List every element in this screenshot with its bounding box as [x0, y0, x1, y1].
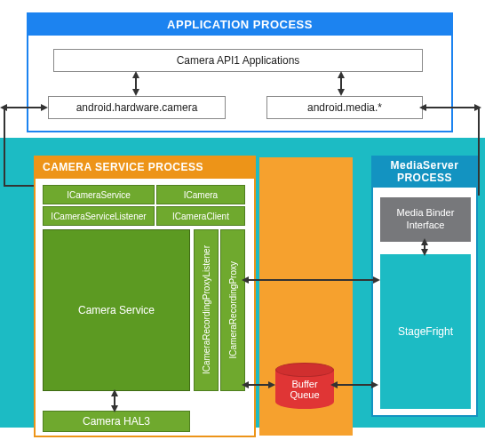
recording-proxy-listener-box: ICameraRecordingProxyListener — [194, 229, 219, 391]
camera-api-apps-box: Camera API1 Applications — [53, 49, 423, 72]
camera-service-box: Camera Service — [43, 229, 190, 391]
camera-service-process-title: CAMERA SERVICE PROCESS — [34, 156, 256, 179]
arrow-hw-to-csp-v — [4, 107, 5, 187]
arrowhead-icon — [111, 389, 118, 396]
icameraclient-box: ICameraClient — [156, 206, 245, 226]
arrowhead-icon — [41, 104, 48, 111]
buffer-queue-l1: Buffer — [291, 379, 317, 389]
recording-proxy-label: ICameraRecordingProxy — [228, 261, 238, 359]
icameraservice-box: ICameraService — [43, 185, 155, 204]
arrowhead-icon — [338, 89, 345, 96]
arrowhead-icon — [268, 381, 275, 388]
cylinder-top-icon — [275, 363, 334, 377]
media-binder-box: Media Binder Interface — [380, 197, 471, 242]
app-process-title: APPLICATION PROCESS — [27, 12, 453, 36]
arrowhead-icon — [421, 249, 428, 256]
arrowhead-icon — [242, 381, 249, 388]
arrowhead-icon — [421, 238, 428, 245]
arrowhead-icon — [132, 89, 139, 96]
arrowhead-icon — [419, 104, 426, 111]
buffer-queue-l2: Queue — [290, 389, 319, 400]
arrow-media-to-binder-v — [478, 107, 480, 196]
arrow-proxy-stagefright — [247, 279, 378, 281]
icamera-box: ICamera — [156, 185, 245, 204]
arrow-media-out — [424, 107, 479, 108]
arrowhead-icon — [338, 71, 345, 78]
camera-hal3-box: Camera HAL3 — [43, 411, 190, 432]
arrowhead-icon — [330, 381, 338, 388]
recording-proxy-listener-label: ICameraRecordingProxyListener — [202, 245, 211, 374]
arrowhead-icon — [132, 71, 139, 78]
stagefright-box: StageFright — [380, 254, 471, 409]
android-hardware-camera-box: android.hardware.camera — [48, 96, 226, 119]
arrowhead-icon — [111, 405, 118, 412]
arrowhead-icon — [371, 381, 378, 388]
mediaserver-process-title: MediaServer PROCESS — [371, 156, 478, 188]
buffer-queue-label: BufferQueue — [275, 379, 334, 400]
arrowhead-icon — [242, 276, 249, 284]
arrowhead-icon — [373, 276, 380, 284]
icameraservicelistener-box: ICameraServiceListener — [43, 206, 155, 226]
buffer-queue-cylinder: BufferQueue — [275, 363, 334, 409]
recording-proxy-box: ICameraRecordingProxy — [220, 229, 245, 391]
android-media-box: android.media.* — [266, 96, 423, 119]
